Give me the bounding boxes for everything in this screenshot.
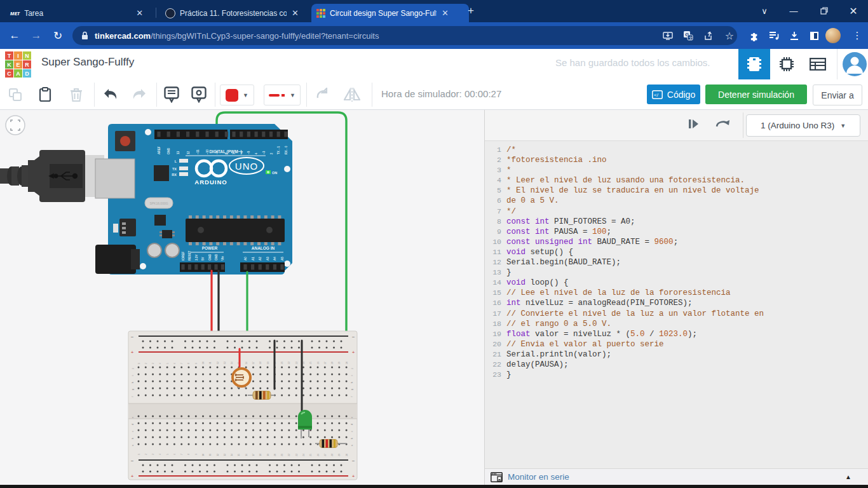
code-editor[interactable]: 1/*2*fotoresistencia .ino3*4* Leer el ni… (485, 141, 868, 471)
svg-text:25: 25 (309, 454, 312, 456)
svg-text:28: 28 (331, 454, 334, 456)
component-inspect-icon[interactable] (189, 85, 209, 104)
breadboard-view-button[interactable] (738, 49, 770, 79)
bottom-strip (0, 485, 868, 488)
svg-text:文: 文 (689, 36, 693, 40)
stop-simulation-button[interactable]: Detener simulación (705, 85, 807, 104)
breadboard[interactable]: –+–+–+–+ 1122334455667788991010111112121… (128, 331, 357, 480)
logo-tile: N (23, 51, 31, 60)
back-icon[interactable]: ← (4, 29, 25, 42)
code-button[interactable]: </ Código (647, 85, 700, 104)
circuit-canvas[interactable]: AREFGND1312~11~10~987~6~54~32TX→1RX←0 DI… (0, 110, 484, 485)
tab-circuit-active[interactable]: Circuit design Super Sango-Fulff ✕ (311, 4, 469, 22)
tab-title: Tarea (24, 9, 131, 18)
reload-icon[interactable]: ↻ (47, 29, 69, 43)
bookmark-star-icon[interactable]: ☆ (720, 26, 739, 45)
svg-text:UNO: UNO (235, 161, 258, 172)
zoom-to-fit-button[interactable] (6, 116, 25, 135)
component-list-view-button[interactable] (802, 49, 834, 79)
forward-icon[interactable]: → (25, 29, 47, 42)
code-line: 1/* (485, 145, 868, 155)
globe-favicon (165, 8, 175, 18)
svg-text:–: – (352, 334, 355, 339)
wire-style-dropdown[interactable]: ▼ (264, 85, 301, 105)
undo-icon[interactable] (100, 85, 121, 104)
toolbar-divider (372, 83, 372, 107)
svg-text:5: 5 (166, 454, 169, 455)
share-icon[interactable] (699, 26, 718, 45)
install-icon[interactable] (658, 26, 677, 45)
expand-caret-icon[interactable]: ▲ (845, 473, 851, 480)
svg-text:2: 2 (145, 363, 147, 364)
tab-close-icon[interactable]: ✕ (442, 8, 449, 18)
paste-icon[interactable] (35, 85, 55, 104)
svg-text:4: 4 (159, 454, 161, 455)
schematic-view-button[interactable] (771, 49, 803, 79)
serial-monitor-bar[interactable]: Monitor en serie ▲ (484, 468, 868, 485)
svg-text:14: 14 (231, 454, 233, 456)
send-to-button[interactable]: Enviar a (813, 85, 862, 105)
notes-icon[interactable] (161, 85, 182, 104)
photoresistor[interactable] (233, 369, 250, 388)
svg-text:22: 22 (288, 362, 290, 364)
copy-icon[interactable] (5, 85, 25, 104)
close-window-button[interactable]: ✕ (839, 0, 868, 22)
tab-close-icon[interactable]: ✕ (292, 8, 299, 18)
delete-trash-icon[interactable] (66, 85, 86, 104)
svg-text:13: 13 (224, 362, 226, 364)
chevron-down-icon: ▼ (243, 92, 248, 98)
mirror-flip-icon[interactable] (342, 85, 362, 104)
debug-step-icon[interactable] (687, 118, 700, 133)
chevron-down-icon: ▼ (840, 123, 846, 129)
kebab-menu-icon[interactable]: ⋮ (848, 26, 867, 45)
usb-cable[interactable] (0, 150, 104, 202)
downloads-icon[interactable] (785, 26, 804, 45)
tab-close-icon[interactable]: ✕ (136, 8, 143, 18)
playlist-extension-icon[interactable] (764, 26, 783, 45)
board-selector-dropdown[interactable]: 1 (Arduino Uno R3) ▼ (746, 114, 860, 137)
on-label: ON (272, 171, 277, 175)
extensions-puzzle-icon[interactable] (745, 26, 764, 45)
redo-icon[interactable] (129, 85, 149, 104)
tab-practica[interactable]: Práctica 11. Fotoresistencias con ✕ (160, 4, 316, 22)
svg-text:24: 24 (302, 454, 305, 456)
chevron-down-icon: ▼ (290, 92, 295, 98)
code-line: 9const int PAUSA = 100; (485, 227, 868, 237)
svg-text:21: 21 (281, 454, 283, 456)
code-line: 19float valor = nivelLuz * (5.0 / 1023.0… (485, 329, 868, 339)
svg-text:6: 6 (173, 363, 176, 364)
svg-text:27: 27 (324, 454, 327, 456)
svg-text:25: 25 (309, 362, 312, 364)
code-line: 4* Leer el nivel de luz usando una fotor… (485, 175, 868, 186)
wire-style-swatch (269, 93, 285, 98)
svg-text:A5: A5 (281, 257, 284, 261)
svg-text:12: 12 (187, 151, 190, 154)
tab-tarea[interactable]: ᴍᴇᴛ Tarea ✕ (5, 4, 161, 22)
svg-text:4: 4 (255, 152, 258, 154)
rotate-icon[interactable] (313, 85, 333, 104)
svg-text:27: 27 (324, 362, 327, 364)
arduino-uno[interactable]: AREFGND1312~11~10~987~6~54~32TX→1RX←0 DI… (95, 124, 292, 274)
code-panel-header: 1 (Arduino Uno R3) ▼ (485, 110, 868, 141)
maximize-button[interactable] (810, 0, 839, 22)
tab-search-chevron-icon[interactable]: ∨ (750, 0, 779, 22)
svg-text:13: 13 (177, 151, 180, 154)
new-tab-button[interactable]: + (468, 4, 474, 17)
tinkercad-avatar[interactable] (843, 52, 867, 79)
svg-text:A3: A3 (266, 257, 269, 261)
url-bar[interactable]: tinkercad.com/things/bgWITnLCyp3-super-s… (72, 26, 737, 45)
profile-avatar[interactable] (824, 26, 843, 45)
square-extension-icon[interactable] (804, 26, 824, 45)
svg-text:5: 5 (166, 363, 169, 364)
code-line: 6de 0 a 5 V. (485, 196, 868, 206)
export-code-icon[interactable] (715, 118, 731, 133)
send-button-label: Enviar a (821, 90, 853, 100)
minimize-button[interactable]: — (779, 0, 808, 22)
svg-text:17: 17 (252, 454, 255, 456)
tinkercad-logo[interactable]: TINKERCAD (5, 51, 31, 78)
svg-text:8: 8 (187, 454, 190, 455)
translate-icon[interactable]: G文 (679, 26, 698, 45)
design-title[interactable]: Super Sango-Fulffy (41, 56, 134, 69)
color-picker-dropdown[interactable]: ▼ (220, 85, 254, 105)
svg-text:3: 3 (152, 363, 154, 364)
